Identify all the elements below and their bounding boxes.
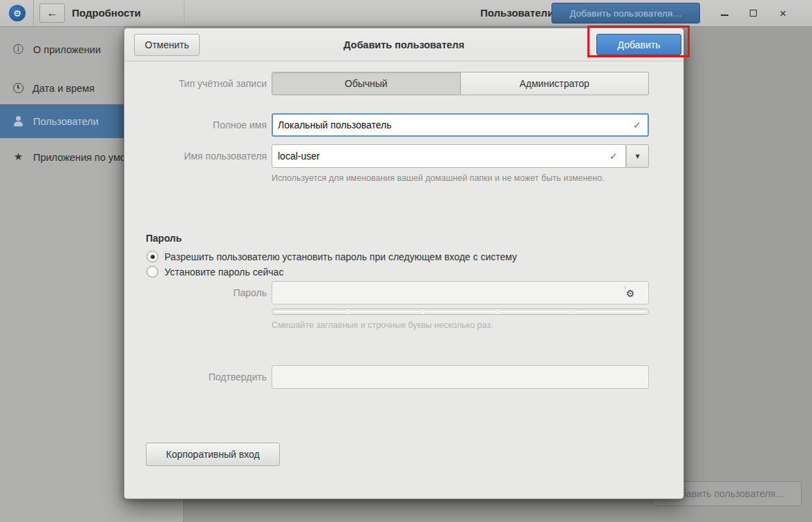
back-button[interactable]: ←	[39, 3, 65, 23]
password-strength-meter	[272, 309, 649, 315]
sidebar-item-label: Дата и время	[32, 83, 95, 94]
panel-title: Пользователи	[480, 0, 554, 26]
strength-segment	[574, 310, 647, 313]
main-headerbar: ⚙ ← Подробности Пользователи Добавить по…	[0, 0, 812, 27]
window-title: Подробности	[72, 0, 141, 26]
sidebar-item-label: О приложении	[33, 44, 101, 55]
generate-password-button[interactable]: ⚙ ○	[622, 285, 639, 302]
strength-segment	[274, 310, 347, 313]
star-icon: ★	[12, 152, 24, 162]
strength-segment	[498, 310, 572, 313]
gear-dot-icon: ○	[623, 284, 627, 291]
username-label: Имя пользователя	[124, 144, 267, 168]
add-user-dialog: Отменить Добавить пользователя Добавить …	[124, 28, 684, 499]
radio-set-password-now[interactable]: Установите пароль сейчас	[147, 266, 283, 278]
add-button[interactable]: Добавить	[596, 34, 681, 55]
strength-segment	[348, 310, 422, 313]
radio-selected-icon	[147, 251, 158, 262]
account-type-standard-option[interactable]: Обычный	[272, 72, 461, 95]
password-label: Пароль	[124, 281, 267, 304]
close-button[interactable]: ×	[773, 0, 793, 26]
headerbar-add-user-button[interactable]: Добавить пользователя…	[551, 3, 700, 23]
headerbar-divider-2	[184, 0, 185, 26]
cancel-button[interactable]: Отменить	[134, 34, 200, 56]
info-icon: ⓘ	[12, 44, 24, 55]
dialog-headerbar: Отменить Добавить пользователя Добавить	[124, 28, 683, 61]
enterprise-login-button[interactable]: Корпоративный вход	[146, 443, 280, 466]
password-section-heading: Пароль	[146, 233, 182, 244]
full-name-input[interactable]	[272, 113, 649, 137]
radio-label: Разрешить пользователю установить пароль…	[164, 251, 517, 262]
radio-label: Установите пароль сейчас	[164, 267, 283, 278]
close-icon: ×	[780, 8, 786, 19]
sidebar-item-label: Пользователи	[33, 116, 99, 127]
minimize-icon	[721, 14, 728, 16]
username-input[interactable]	[272, 144, 626, 168]
confirm-label: Подтвердить	[124, 365, 267, 389]
strength-segment	[424, 310, 497, 313]
chevron-down-icon: ▼	[635, 153, 639, 160]
radio-set-at-next-login[interactable]: Разрешить пользователю установить пароль…	[147, 251, 517, 262]
minimize-button[interactable]	[714, 0, 735, 26]
back-arrow-icon: ←	[47, 7, 58, 19]
gear-icon: ⚙	[13, 9, 21, 18]
gear-icon: ⚙	[626, 289, 635, 298]
clock-icon	[13, 83, 23, 93]
radio-unselected-icon	[147, 266, 158, 278]
account-type-toggle: Обычный Администратор	[272, 72, 649, 95]
account-type-admin-option[interactable]: Администратор	[461, 72, 650, 95]
username-dropdown-button[interactable]: ▼	[626, 144, 649, 168]
maximize-button[interactable]	[743, 0, 764, 26]
password-input[interactable]	[272, 281, 649, 304]
password-strength-hint: Смешайте заглавные и строчные буквы неск…	[272, 320, 493, 330]
maximize-icon	[750, 10, 757, 17]
account-type-label: Тип учётной записи	[124, 72, 267, 95]
username-hint: Используется для именования вашей домашн…	[272, 173, 605, 183]
headerbar-divider	[33, 0, 34, 26]
user-icon	[12, 116, 24, 127]
settings-app-icon: ⚙	[9, 5, 26, 21]
full-name-label: Полное имя	[124, 113, 267, 137]
confirm-password-input[interactable]	[272, 365, 649, 389]
